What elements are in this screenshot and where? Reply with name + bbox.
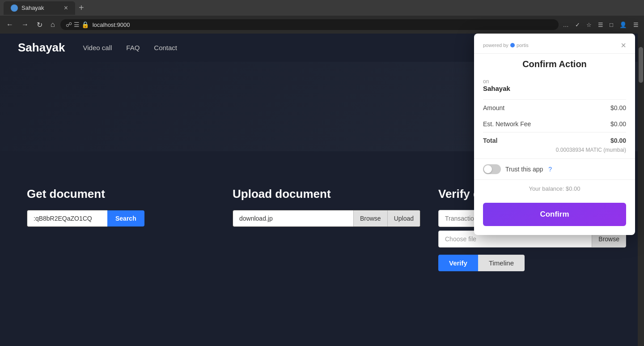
more-button[interactable]: …	[561, 20, 571, 30]
trust-app-toggle[interactable]	[483, 164, 501, 174]
upload-button[interactable]: Upload	[387, 210, 420, 226]
portis-network-fee-value: $0.00	[610, 120, 626, 128]
portis-amount-label: Amount	[483, 104, 504, 111]
nav-link-video-call[interactable]: Video call	[83, 44, 112, 51]
url-text: localhost:9000	[93, 21, 553, 28]
upload-document-title: Upload document	[233, 187, 420, 201]
portis-app-info: on Sahayak	[474, 77, 635, 99]
search-button[interactable]: Search	[107, 210, 144, 226]
portis-modal-header: powered by portis ×	[474, 34, 635, 54]
address-bar-icons: ☍ ☰ 🔒	[66, 21, 89, 28]
get-document-section: Get document Search	[27, 187, 215, 271]
browser-toolbar-icons: … ✓ ☆ ☰ □ 👤 ☰	[561, 20, 640, 30]
secure-icon: 🔒	[81, 21, 89, 28]
tab-title: Sahayak	[21, 4, 44, 11]
nav-links: Video call FAQ Contact	[83, 44, 178, 51]
scrollbar-thumb[interactable]	[639, 47, 643, 83]
portis-amount-value: $0.00	[610, 104, 626, 111]
home-button[interactable]: ⌂	[48, 19, 58, 30]
reader-icon: ☰	[74, 21, 80, 28]
upload-browse-button[interactable]: Browse	[353, 210, 387, 226]
tab-close-btn[interactable]: ×	[64, 4, 68, 12]
portis-app-name-label: Sahayak	[483, 85, 626, 92]
star-button[interactable]: ☆	[585, 20, 593, 30]
scrollbar[interactable]	[638, 34, 644, 346]
get-document-form: Search	[27, 210, 215, 227]
powered-by-text: powered by	[483, 43, 508, 48]
upload-form: download.jp Browse Upload	[233, 210, 420, 227]
trust-question-mark[interactable]: ?	[548, 166, 552, 173]
reload-button[interactable]: ↻	[34, 19, 45, 31]
upload-document-section: Upload document download.jp Browse Uploa…	[233, 187, 420, 271]
app-container: Sahayak Video call FAQ Contact Get docum…	[0, 34, 644, 346]
portis-confirm-button[interactable]: Confirm	[483, 203, 626, 226]
portis-modal: powered by portis × Confirm Action on Sa…	[474, 34, 635, 235]
pocket-button[interactable]: ✓	[573, 20, 582, 30]
upload-filename: download.jp	[233, 210, 353, 226]
nav-link-faq[interactable]: FAQ	[126, 44, 140, 51]
collections-button[interactable]: ☰	[596, 20, 605, 30]
verify-button[interactable]: Verify	[438, 255, 478, 271]
bookmark-icon: ☍	[66, 21, 72, 28]
trust-label: Trust this app	[505, 166, 543, 173]
browser-tab-bar: Sahayak × +	[0, 0, 644, 16]
timeline-button[interactable]: Timeline	[478, 255, 525, 271]
portis-total-value: $0.00	[610, 137, 626, 144]
portis-total-label: Total	[483, 137, 497, 144]
portis-network-fee-row: Est. Network Fee $0.00	[474, 116, 635, 132]
get-document-input[interactable]	[27, 210, 107, 227]
site-logo: Sahayak	[18, 41, 65, 55]
toggle-knob	[484, 165, 492, 173]
verify-actions: Verify Timeline	[438, 255, 626, 271]
portis-close-button[interactable]: ×	[621, 41, 626, 50]
tab-favicon	[11, 4, 18, 12]
browser-tab[interactable]: Sahayak ×	[4, 1, 75, 15]
portis-balance: Your balance: $0.00	[474, 179, 635, 197]
get-document-title: Get document	[27, 187, 215, 201]
menu-button[interactable]: ☰	[631, 20, 640, 30]
portis-total-row: Total $0.00	[474, 132, 635, 146]
portis-amount-row: Amount $0.00	[474, 100, 635, 116]
new-tab-button[interactable]: +	[75, 1, 88, 15]
split-button[interactable]: □	[608, 20, 615, 30]
portis-powered-by: powered by portis	[483, 43, 529, 48]
portis-app-on: on	[483, 78, 626, 85]
forward-button[interactable]: →	[19, 19, 31, 30]
portis-brand-label: portis	[517, 43, 529, 48]
browser-chrome: Sahayak × + ← → ↻ ⌂ ☍ ☰ 🔒 localhost:9000…	[0, 0, 644, 34]
portis-matic-note: 0.00038934 MATIC (mumbai)	[474, 146, 635, 158]
browser-toolbar: ← → ↻ ⌂ ☍ ☰ 🔒 localhost:9000 … ✓ ☆ ☰ □ 👤…	[0, 16, 644, 34]
portis-logo-dot	[510, 43, 515, 47]
profile-button[interactable]: 👤	[618, 20, 629, 30]
nav-link-contact[interactable]: Contact	[154, 44, 177, 51]
portis-trust-row: Trust this app ?	[474, 158, 635, 179]
portis-network-fee-label: Est. Network Fee	[483, 120, 531, 128]
portis-modal-title: Confirm Action	[474, 54, 635, 77]
address-bar[interactable]: ☍ ☰ 🔒 localhost:9000	[60, 19, 559, 30]
back-button[interactable]: ←	[4, 19, 16, 30]
